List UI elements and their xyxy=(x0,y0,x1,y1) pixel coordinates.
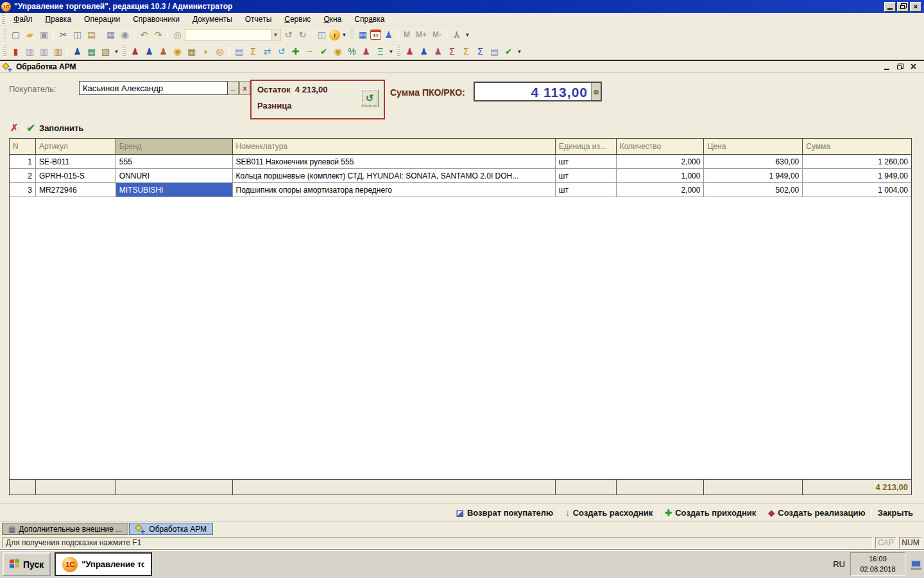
column-header-Артикул[interactable]: Артикул xyxy=(36,139,116,155)
pos-terminal-icon[interactable]: ▧ xyxy=(99,45,112,58)
column-header-Номенклатура[interactable]: Номенклатура xyxy=(233,139,556,155)
customer-blue-icon[interactable]: ♟ xyxy=(142,45,156,58)
menu-item-правка[interactable]: Правка xyxy=(39,13,78,25)
language-indicator[interactable]: RU xyxy=(833,559,845,569)
delete-row-icon[interactable]: ✗ xyxy=(10,122,19,134)
menu-item-файл[interactable]: Файл xyxy=(7,13,39,25)
table-cell[interactable]: шт xyxy=(556,169,617,183)
table-cell[interactable]: SEB011 Наконечник рулевой 555 xyxy=(233,155,556,169)
doc-check-icon[interactable]: ✔ xyxy=(317,45,330,58)
report-person-blue-icon[interactable]: ♟ xyxy=(417,45,431,58)
table-cell[interactable]: 1,000 xyxy=(617,169,705,183)
doc-percent-icon[interactable]: % xyxy=(345,45,359,58)
memory-add-button[interactable]: M+ xyxy=(413,30,429,39)
tab-1[interactable]: ▦Дополнительные внешние ... xyxy=(2,523,128,535)
doc-add-icon[interactable]: ✚ xyxy=(289,45,302,58)
table-cell[interactable]: 1 949,00 xyxy=(704,169,803,183)
report-person-red-icon[interactable]: ♟ xyxy=(403,45,416,58)
dropdown-arrow-icon[interactable]: ▼ xyxy=(516,45,523,58)
save-icon[interactable]: ▣ xyxy=(37,28,51,41)
network-monitor-icon[interactable] xyxy=(911,560,921,568)
table-empty-area[interactable] xyxy=(10,197,911,479)
restore-button[interactable] xyxy=(897,2,909,12)
toolbar-drag-handle[interactable] xyxy=(3,46,6,57)
doc-remove-icon[interactable]: − xyxy=(303,45,316,58)
buyer-input[interactable] xyxy=(79,81,228,95)
taskbar-task-button[interactable]: 1С "Управление торг..." xyxy=(55,552,152,576)
sum-report-icon[interactable]: Σ xyxy=(246,45,260,58)
buyer-select-button[interactable]: ... xyxy=(228,81,239,95)
fill-button[interactable]: Заполнить xyxy=(39,123,83,133)
service-wrench-icon[interactable]: Y xyxy=(450,28,463,41)
cash-register-icon[interactable]: ▦ xyxy=(85,45,98,58)
table-cell[interactable]: 555 xyxy=(116,155,233,169)
table-cell[interactable]: GPRH-015-S xyxy=(36,169,116,183)
menu-item-окна[interactable]: Окна xyxy=(317,13,348,25)
table-row[interactable]: 1SE-B011555SEB011 Наконечник рулевой 555… xyxy=(10,155,911,169)
mdi-close-button[interactable]: × xyxy=(909,63,918,71)
person-doc-icon[interactable]: ♟ xyxy=(359,45,373,58)
menu-item-отчеты[interactable]: Отчеты xyxy=(239,13,278,25)
column-header-Цена[interactable]: Цена xyxy=(704,139,803,155)
new-document-icon[interactable]: ▢ xyxy=(9,28,22,41)
minimize-button[interactable] xyxy=(884,2,896,12)
report-sum-blue-icon[interactable]: Σ xyxy=(474,45,487,58)
open-folder-icon[interactable]: ▰ xyxy=(23,28,37,41)
redo-icon[interactable]: ↷ xyxy=(151,28,165,41)
find-next-icon[interactable]: ↺ xyxy=(282,28,295,41)
coins-check-icon[interactable]: ◉ xyxy=(331,45,345,58)
catalog-book-icon[interactable]: ▮ xyxy=(9,45,22,58)
table-cell[interactable]: 1 004,00 xyxy=(803,183,911,197)
tab-2[interactable]: Обработка АРМ xyxy=(129,523,213,535)
report-sum-gold-icon[interactable]: Σ xyxy=(459,45,473,58)
doc-search-icon[interactable]: ▤ xyxy=(232,45,246,58)
print-icon[interactable]: ▦ xyxy=(104,28,117,41)
action-button-3[interactable]: ✚Создать приходник xyxy=(659,508,762,518)
close-button[interactable]: × xyxy=(910,2,921,12)
table-cell[interactable]: MR272946 xyxy=(36,183,116,197)
windows-list-icon[interactable]: ◫ xyxy=(315,28,329,41)
table-cell[interactable]: шт xyxy=(556,183,617,197)
mdi-restore-button[interactable] xyxy=(896,63,904,71)
coins-stack-icon[interactable]: ◎ xyxy=(213,45,227,58)
table-cell[interactable]: 630,00 xyxy=(704,155,803,169)
coins-icon[interactable]: ◉ xyxy=(171,45,184,58)
report-sum-red-icon[interactable]: Σ xyxy=(445,45,459,58)
action-button-1[interactable]: ◪Возврат покупателю xyxy=(450,508,560,518)
menu-item-справка[interactable]: Справка xyxy=(348,13,391,25)
toolbar-drag-handle[interactable] xyxy=(397,46,400,57)
table-cell[interactable]: Подшипник опоры амортизатора переднего xyxy=(233,183,556,197)
doc-exchange-icon[interactable]: ⇄ xyxy=(261,45,274,58)
table-cell[interactable]: 1 949,00 xyxy=(803,169,911,183)
memory-recall-button[interactable]: M xyxy=(401,30,413,39)
doc-ok-icon[interactable]: ✔ xyxy=(502,45,515,58)
find-previous-icon[interactable]: ↻ xyxy=(296,28,309,41)
undo-icon[interactable]: ↶ xyxy=(137,28,151,41)
clock[interactable]: 16:09 02.08.2018 xyxy=(850,552,905,576)
menu-item-сервис[interactable]: Сервис xyxy=(278,13,317,25)
counterparties-icon[interactable]: ♟ xyxy=(71,45,84,58)
dropdown-arrow-icon[interactable]: ▼ xyxy=(113,45,120,58)
print-tag-icon[interactable]: ▥ xyxy=(37,45,51,58)
table-cell[interactable]: 502,00 xyxy=(704,183,803,197)
menu-item-справочники[interactable]: Справочники xyxy=(126,13,186,25)
doc-refresh-icon[interactable]: ↺ xyxy=(275,45,288,58)
action-button-2[interactable]: ↓Создать расходник xyxy=(560,508,658,518)
table-cell[interactable]: Кольца поршневые (комплект) СТД. HYUNDAI… xyxy=(233,169,556,183)
refresh-button[interactable]: ↺ xyxy=(361,89,379,107)
column-header-Сумма[interactable]: Сумма xyxy=(803,139,911,155)
table-cell[interactable]: 3 xyxy=(10,183,36,197)
customer-red-icon[interactable]: ♟ xyxy=(128,45,142,58)
menu-item-документы[interactable]: Документы xyxy=(186,13,239,25)
start-button[interactable]: Пуск xyxy=(3,552,51,576)
table-cell[interactable]: 2,000 xyxy=(617,155,705,169)
calculator-button[interactable]: ▦ xyxy=(591,83,601,100)
table-cell[interactable]: шт xyxy=(556,155,617,169)
calculator-icon[interactable]: ▦ xyxy=(356,28,370,41)
table-cell[interactable]: 1 xyxy=(10,155,36,169)
buyer-clear-button[interactable]: x xyxy=(239,81,250,95)
memory-subtract-button[interactable]: M- xyxy=(430,30,444,39)
pko-rko-sum-field[interactable]: 4 113,00 ▦ xyxy=(474,82,602,101)
table-row[interactable]: 3MR272946MITSUBISHIПодшипник опоры аморт… xyxy=(10,183,911,197)
column-header-Количество[interactable]: Количество xyxy=(617,139,705,155)
